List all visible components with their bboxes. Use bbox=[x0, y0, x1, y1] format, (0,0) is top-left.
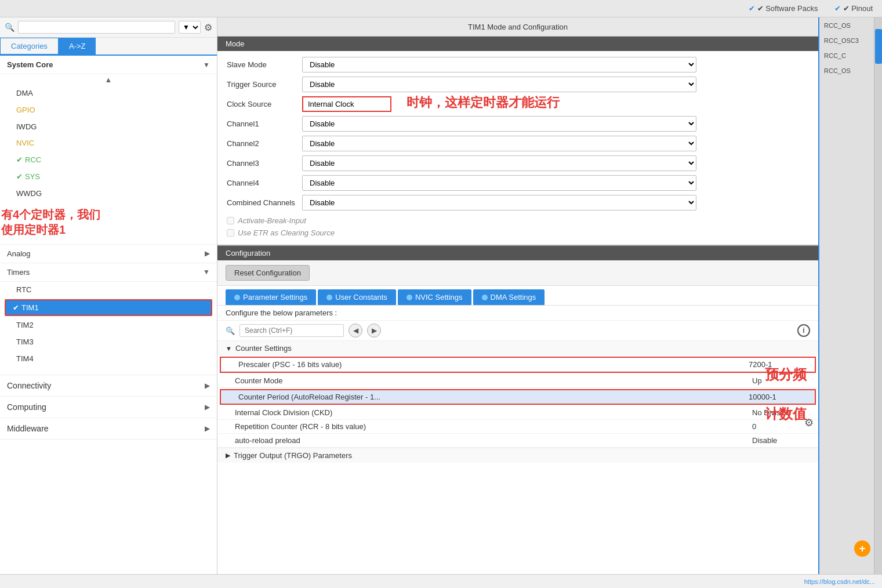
param-row-prescaler: Prescaler (PSC - 16 bits value) 7200-1 bbox=[221, 358, 815, 372]
info-icon[interactable]: i bbox=[797, 324, 810, 337]
slave-mode-select[interactable]: Disable bbox=[302, 57, 696, 72]
slave-mode-label: Slave Mode bbox=[227, 60, 302, 69]
tab-categories[interactable]: Categories bbox=[0, 38, 59, 55]
tab-az[interactable]: A->Z bbox=[59, 38, 96, 55]
scroll-thumb[interactable] bbox=[875, 29, 882, 64]
orange-circle-btn[interactable]: + bbox=[854, 540, 870, 557]
annotation-clock: 时钟，这样定时器才能运行 bbox=[406, 94, 560, 111]
param-row-rcr: Repetition Counter (RCR - 8 bits value) … bbox=[217, 420, 818, 434]
param-row-autoreload: auto-reload preload Disable bbox=[217, 434, 818, 448]
chevron-down-icon3: ▼ bbox=[226, 345, 232, 352]
use-etr-checkbox[interactable] bbox=[227, 229, 234, 237]
annotation-timers: 有4个定时器，我们 使用定时器1 bbox=[0, 202, 217, 239]
rcr-value: 0 bbox=[752, 422, 810, 431]
sidebar-item-rcc[interactable]: ✔ RCC bbox=[0, 152, 217, 169]
sidebar-item-nvic[interactable]: NVIC bbox=[0, 135, 217, 152]
channel4-label: Channel4 bbox=[227, 179, 302, 187]
analog-label: Analog bbox=[7, 249, 30, 258]
software-packs-btn[interactable]: ✔ ✔ Software Packs bbox=[749, 4, 818, 13]
combined-channels-select[interactable]: Disable bbox=[302, 195, 696, 210]
tab-dma-settings[interactable]: DMA Settings bbox=[473, 289, 545, 305]
channel4-row: Channel4 Disable bbox=[227, 175, 809, 191]
rcr-name: Repetition Counter (RCR - 8 bits value) bbox=[235, 422, 752, 431]
clock-source-input[interactable] bbox=[303, 97, 390, 111]
pinout-btn[interactable]: ✔ ✔ Pinout bbox=[834, 4, 873, 13]
page-title: TIM1 Mode and Configuration bbox=[217, 17, 818, 37]
channel4-select[interactable]: Disable bbox=[302, 175, 696, 191]
channel2-select[interactable]: Disable bbox=[302, 136, 696, 151]
timers-section-header[interactable]: Timers ▼ bbox=[0, 263, 217, 282]
counter-settings-group[interactable]: ▼ Counter Settings bbox=[217, 341, 818, 355]
param-search-input[interactable] bbox=[239, 324, 344, 337]
search-icon: 🔍 bbox=[5, 23, 14, 32]
slave-mode-row: Slave Mode Disable bbox=[227, 57, 809, 72]
sidebar-item-rtc[interactable]: RTC bbox=[0, 282, 217, 299]
sidebar-item-tim3[interactable]: TIM3 bbox=[0, 334, 217, 351]
dot-icon-param bbox=[234, 295, 240, 300]
computing-section[interactable]: Computing ▶ bbox=[0, 397, 217, 418]
channel1-select[interactable]: Disable bbox=[302, 116, 696, 132]
sidebar-tab-bar: Categories A->Z bbox=[0, 38, 217, 56]
mode-section-title: Mode bbox=[217, 37, 818, 51]
sidebar-content: System Core ▼ ▲ DMA GPIO IWDG NVIC ✔ RCC… bbox=[0, 56, 217, 574]
channel3-row: Channel3 Disable bbox=[227, 155, 809, 171]
search-icon2: 🔍 bbox=[226, 326, 235, 335]
analog-section[interactable]: Analog ▶ bbox=[0, 244, 217, 263]
chevron-down-icon: ▼ bbox=[203, 61, 210, 69]
sidebar-search-input[interactable] bbox=[18, 21, 175, 34]
sidebar-item-wwdg[interactable]: WWDG bbox=[0, 186, 217, 202]
scroll-up-arrow[interactable]: ▲ bbox=[0, 74, 217, 85]
middleware-label: Middleware bbox=[7, 424, 49, 433]
main-area: TIM1 Mode and Configuration Mode Slave M… bbox=[217, 17, 818, 574]
channel3-select[interactable]: Disable bbox=[302, 155, 696, 171]
chevron-right-icon3: ▶ bbox=[205, 403, 210, 411]
prescaler-row-wrapper: Prescaler (PSC - 16 bits value) 7200-1 bbox=[220, 357, 816, 373]
use-etr-label: Use ETR as Clearing Source bbox=[238, 228, 335, 237]
autoreload-value: Disable bbox=[752, 436, 810, 445]
sidebar-search-select[interactable]: ▼ bbox=[179, 21, 201, 34]
check-icon: ✔ bbox=[749, 4, 755, 13]
gear-icon[interactable]: ⚙ bbox=[204, 22, 212, 33]
trigger-source-select[interactable]: Disable bbox=[302, 77, 696, 92]
gear-icon-bottom[interactable]: ⚙ bbox=[804, 416, 814, 429]
counter-period-wrapper: Counter Period (AutoReload Register - 1.… bbox=[220, 389, 816, 405]
param-row-counterperiod: Counter Period (AutoReload Register - 1.… bbox=[221, 390, 815, 404]
counterperiod-name: Counter Period (AutoReload Register - 1.… bbox=[238, 393, 749, 401]
sidebar-item-tim4[interactable]: TIM4 bbox=[0, 351, 217, 368]
sidebar-item-dma[interactable]: DMA bbox=[0, 85, 217, 102]
trigger-output-group[interactable]: ▶ Trigger Output (TRGO) Parameters bbox=[217, 448, 818, 463]
channel3-label: Channel3 bbox=[227, 159, 302, 168]
system-core-section[interactable]: System Core ▼ bbox=[0, 56, 217, 74]
ckd-value: No Division bbox=[752, 408, 810, 417]
middleware-section[interactable]: Middleware ▶ bbox=[0, 418, 217, 440]
sidebar-item-gpio[interactable]: GPIO bbox=[0, 102, 217, 119]
tab-user-constants[interactable]: User Constants bbox=[318, 289, 396, 305]
trigger-source-row: Trigger Source Disable bbox=[227, 77, 809, 92]
combined-channels-label: Combined Channels bbox=[227, 198, 302, 207]
prev-btn[interactable]: ◀ bbox=[349, 324, 362, 337]
prescaler-name: Prescaler (PSC - 16 bits value) bbox=[238, 360, 749, 369]
activate-break-checkbox[interactable] bbox=[227, 217, 234, 224]
tab-nvic-settings[interactable]: NVIC Settings bbox=[398, 289, 471, 305]
channel1-row: Channel1 Disable bbox=[227, 116, 809, 132]
sidebar-item-tim1[interactable]: ✔ TIM1 bbox=[6, 300, 211, 315]
reset-config-btn[interactable]: Reset Configuration bbox=[226, 265, 310, 281]
timers-label: Timers bbox=[7, 268, 30, 277]
activate-break-row: Activate-Break-Input bbox=[227, 215, 809, 227]
tab-parameter-settings[interactable]: Parameter Settings bbox=[226, 289, 316, 305]
next-btn[interactable]: ▶ bbox=[367, 324, 381, 337]
chevron-down-icon2: ▼ bbox=[203, 268, 210, 276]
autoreload-name: auto-reload preload bbox=[235, 436, 752, 445]
connectivity-section[interactable]: Connectivity ▶ bbox=[0, 375, 217, 397]
chevron-right-icon: ▶ bbox=[205, 249, 210, 257]
sidebar-item-iwdg[interactable]: IWDG bbox=[0, 119, 217, 136]
clock-source-label: Clock Source bbox=[227, 100, 302, 108]
countermode-value: Up bbox=[752, 376, 810, 385]
sidebar-item-tim2[interactable]: TIM2 bbox=[0, 317, 217, 334]
bottom-link[interactable]: https://blog.csdn.net/dc... bbox=[804, 578, 875, 585]
channel2-label: Channel2 bbox=[227, 139, 302, 148]
right-panel-item-1: RCC_OS bbox=[822, 20, 880, 31]
chevron-right-icon5: ▶ bbox=[226, 452, 230, 459]
sidebar-item-sys[interactable]: ✔ SYS bbox=[0, 169, 217, 186]
configure-label: Configure the below parameters : bbox=[217, 306, 818, 321]
